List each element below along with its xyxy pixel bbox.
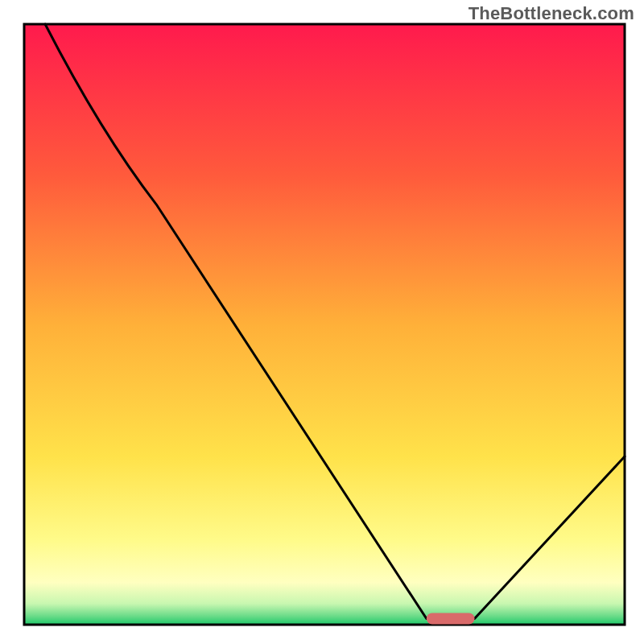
plot-area: [24, 24, 625, 625]
gradient-background: [24, 24, 625, 625]
bottleneck-chart: TheBottleneck.com: [0, 0, 644, 644]
optimum-marker-pill: [427, 613, 475, 625]
watermark-text: TheBottleneck.com: [469, 3, 634, 24]
chart-svg: [0, 0, 644, 644]
